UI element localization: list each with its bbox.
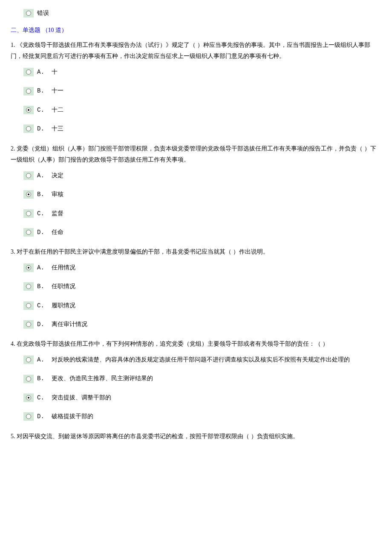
radio-icon[interactable]: [23, 301, 34, 310]
question-body: 《党政领导干部选拔任用工作有关事项报告办法（试行）》规定了（ ）种应当事先报告的…: [11, 42, 370, 60]
option-text: 离任审计情况: [52, 320, 87, 329]
option-row[interactable]: C.十二: [23, 105, 381, 115]
radio-icon[interactable]: [23, 190, 34, 199]
question-text: 3. 对于在新任用的干部民主评议中满意度明显偏低的干部，市县党委书记应当就其（ …: [11, 246, 381, 258]
option-text: 突击提拔、调整干部的: [52, 393, 111, 402]
option-row[interactable]: B.十一: [23, 86, 381, 95]
question: 3. 对于在新任用的干部民主评议中满意度明显偏低的干部，市县党委书记应当就其（ …: [11, 246, 381, 329]
radio-icon[interactable]: [23, 209, 34, 218]
radio-icon[interactable]: [23, 106, 34, 114]
option-label: C.: [37, 209, 47, 218]
option-label: D.: [37, 124, 47, 133]
radio-icon[interactable]: [23, 320, 34, 329]
radio-icon[interactable]: [23, 124, 34, 133]
option-text: 决定: [52, 171, 63, 180]
option-row[interactable]: A.对反映的线索清楚、内容具体的违反规定选拔任用干部问题不进行调查核实以及核实后…: [23, 355, 381, 364]
option-row[interactable]: D.十三: [23, 124, 381, 133]
option-text: 任命: [52, 228, 63, 237]
option-text: 监督: [52, 209, 63, 218]
radio-icon[interactable]: [23, 282, 34, 291]
radio-icon[interactable]: [23, 68, 34, 76]
option-row[interactable]: D.破格提拔干部的: [23, 412, 381, 421]
question-number: 5.: [11, 433, 15, 439]
question-text: 2. 党委（党组）组织（人事）部门按照干部管理权限，负责本级党委管理的党政领导干…: [11, 143, 381, 166]
option-text: 破格提拔干部的: [52, 412, 93, 421]
option-row[interactable]: B.审核: [23, 190, 381, 199]
option-label: C.: [37, 393, 47, 402]
question-number: 2.: [11, 145, 15, 152]
radio-icon[interactable]: [23, 87, 34, 95]
option-label: A.: [37, 67, 47, 77]
option-label: A.: [37, 263, 47, 272]
option-text: 更改、伪造民主推荐、民主测评结果的: [52, 374, 153, 383]
option-label: B.: [37, 190, 47, 199]
question-text: 4. 在党政领导干部选拔任用工作中，有下列何种情形的，追究党委（党组）主要领导干…: [11, 338, 381, 350]
option-label: B.: [37, 86, 47, 95]
question: 5. 对因平级交流、到龄退休等原因即将离任的市县党委书记的检查，按照干部管理权限…: [11, 431, 381, 442]
question: 2. 党委（党组）组织（人事）部门按照干部管理权限，负责本级党委管理的党政领导干…: [11, 143, 381, 237]
question-body: 在党政领导干部选拔任用工作中，有下列何种情形的，追究党委（党组）主要领导干部或者…: [15, 341, 329, 347]
option-text: 任用情况: [52, 263, 75, 272]
option-row[interactable]: C.突击提拔、调整干部的: [23, 393, 381, 402]
option-label: B.: [37, 374, 47, 383]
question-number: 3.: [11, 249, 15, 255]
orphan-option-row: 错误: [23, 9, 381, 18]
option-row[interactable]: A.决定: [23, 171, 381, 180]
option-row[interactable]: A.十: [23, 67, 381, 77]
question: 1. 《党政领导干部选拔任用工作有关事项报告办法（试行）》规定了（ ）种应当事先…: [11, 40, 381, 134]
option-row[interactable]: A.任用情况: [23, 263, 381, 272]
option-label: C.: [37, 301, 47, 310]
option-row[interactable]: C.监督: [23, 209, 381, 218]
question-body: 对因平级交流、到龄退休等原因即将离任的市县党委书记的检查，按照干部管理权限由（ …: [15, 433, 299, 439]
option-text: 十一: [52, 86, 63, 95]
option-text: 十二: [52, 105, 63, 115]
option-label: D.: [37, 228, 47, 237]
option-text: 任职情况: [52, 282, 75, 291]
section-header: 二、单选题 （10 道）: [11, 26, 381, 35]
option-label: B.: [37, 282, 47, 291]
option-label: D.: [37, 412, 47, 421]
option-label: A.: [37, 355, 47, 364]
option-text: 审核: [52, 190, 63, 199]
radio-icon[interactable]: [23, 393, 34, 402]
option-text: 十三: [52, 124, 63, 133]
option-row[interactable]: B.更改、伪造民主推荐、民主测评结果的: [23, 374, 381, 383]
radio-icon[interactable]: [23, 171, 34, 180]
option-text: 十: [52, 67, 58, 77]
radio-icon[interactable]: [23, 412, 34, 421]
option-label: D.: [37, 320, 47, 329]
option-text: 履职情况: [52, 301, 75, 310]
question-body: 对于在新任用的干部民主评议中满意度明显偏低的干部，市县党委书记应当就其（ ）作出…: [15, 249, 269, 255]
radio-icon[interactable]: [23, 263, 34, 272]
question: 4. 在党政领导干部选拔任用工作中，有下列何种情形的，追究党委（党组）主要领导干…: [11, 338, 381, 421]
question-body: 党委（党组）组织（人事）部门按照干部管理权限，负责本级党委管理的党政领导干部选拔…: [11, 145, 376, 163]
option-row[interactable]: D.离任审计情况: [23, 320, 381, 329]
option-row[interactable]: D.任命: [23, 228, 381, 237]
radio-icon[interactable]: [23, 375, 34, 383]
radio-icon[interactable]: [23, 9, 34, 17]
option-row[interactable]: C.履职情况: [23, 301, 381, 310]
radio-icon[interactable]: [23, 228, 34, 237]
question-number: 1.: [11, 42, 15, 48]
option-label: A.: [37, 171, 47, 180]
option-row[interactable]: B.任职情况: [23, 282, 381, 291]
orphan-option-text: 错误: [37, 9, 49, 18]
question-number: 4.: [11, 341, 15, 347]
option-text: 对反映的线索清楚、内容具体的违反规定选拔任用干部问题不进行调查核实以及核实后不按…: [52, 355, 350, 364]
radio-icon[interactable]: [23, 356, 34, 364]
question-text: 5. 对因平级交流、到龄退休等原因即将离任的市县党委书记的检查，按照干部管理权限…: [11, 431, 381, 442]
option-label: C.: [37, 105, 47, 115]
question-text: 1. 《党政领导干部选拔任用工作有关事项报告办法（试行）》规定了（ ）种应当事先…: [11, 40, 381, 62]
